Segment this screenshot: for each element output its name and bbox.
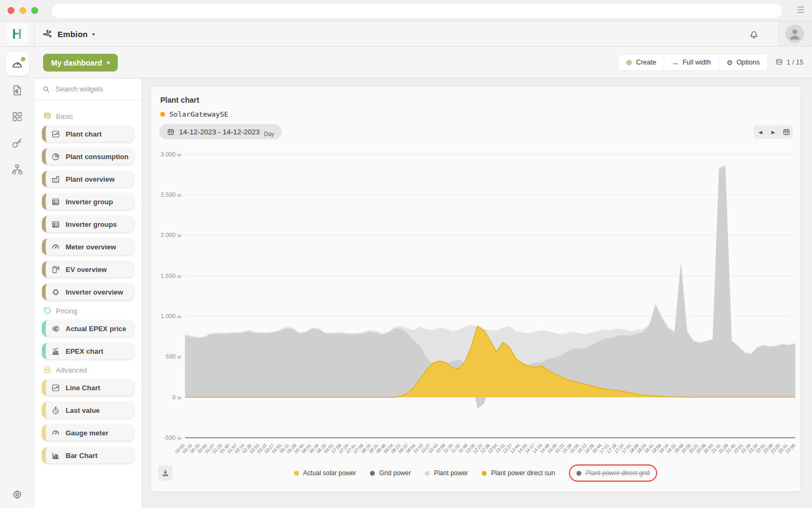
widgets-icon <box>11 110 24 123</box>
chip-icon <box>51 288 60 297</box>
search-input[interactable] <box>55 85 131 93</box>
minimize-window-button[interactable] <box>19 7 26 14</box>
legend-dot <box>576 471 581 476</box>
legend-item-plant-power[interactable]: Plant power <box>425 469 468 477</box>
device-name: SolarGatewaySE <box>169 110 229 118</box>
widget-card-actual-epex-price[interactable]: Actual EPEX price <box>42 320 134 337</box>
create-label: Create <box>636 59 657 66</box>
widget-card-inverter-groups[interactable]: Inverter groups <box>42 216 134 232</box>
widget-card-gauge-meter[interactable]: Gauge meter <box>42 425 134 441</box>
app-logo[interactable]: H <box>6 23 28 45</box>
maximize-window-button[interactable] <box>31 7 38 14</box>
rail-item-hierarchy[interactable] <box>5 158 29 181</box>
close-window-button[interactable] <box>8 7 15 14</box>
annotation-highlight-box: Plant power direct grid <box>569 464 657 482</box>
create-button[interactable]: ⊕ Create <box>618 54 664 70</box>
chart-legend: Actual solar powerGrid powerPlant powerP… <box>151 464 800 482</box>
widget-card-label: Plant consumption <box>66 153 129 161</box>
settings-gear-icon[interactable] <box>0 489 34 500</box>
rail-item-access-keys[interactable] <box>5 131 29 155</box>
legend-item-actual-solar-power[interactable]: Actual solar power <box>294 469 357 477</box>
layers-icon <box>43 112 52 120</box>
svg-text:1.000 W: 1.000 W <box>161 313 182 319</box>
widget-card-line-chart[interactable]: Line Chart <box>42 380 134 396</box>
legend-item-plant-power-direct-sun[interactable]: Plant power direct sun <box>482 469 555 477</box>
molecule-icon <box>42 28 53 40</box>
factory-icon <box>51 175 60 184</box>
legend-label: Actual solar power <box>303 469 357 477</box>
widget-card-last-value[interactable]: Last value <box>42 402 134 418</box>
avatar[interactable] <box>786 25 804 43</box>
calendar-icon <box>167 128 175 136</box>
legend-dot <box>425 471 430 476</box>
widget-card-inverter-overview[interactable]: Inverter overview <box>42 284 134 300</box>
app-body: My dashboard ▾ ⊕ Create ↔ Full width ⚙ O… <box>0 47 812 508</box>
widget-group-label: Pricing <box>56 307 77 315</box>
widget-group-header-basic: Basic <box>43 112 134 120</box>
key-icon <box>11 137 24 149</box>
dashboard-selector-label: My dashboard <box>51 59 102 67</box>
widget-card-label: Actual EPEX price <box>66 325 126 333</box>
widget-card-label: Bar Chart <box>66 452 97 460</box>
dashboard-icon <box>11 58 24 70</box>
nav-rail <box>0 47 34 508</box>
svg-text:-500 W: -500 W <box>163 434 181 441</box>
widget-card-bar-chart[interactable]: Bar Chart <box>42 447 134 463</box>
rail-item-widgets[interactable] <box>5 105 29 128</box>
sitemap-icon <box>11 163 24 176</box>
legend-item-grid-power[interactable]: Grid power <box>370 469 411 477</box>
widget-card-label: Inverter group <box>66 198 113 206</box>
notifications-bell-icon[interactable] <box>748 28 760 40</box>
organisation-selector[interactable]: Embion ▾ <box>42 22 95 46</box>
plant-chart-svg: 3.000 W2.500 W2.000 W1.500 W1.000 W500 W… <box>151 145 801 463</box>
date-granularity-label: Day <box>264 131 274 137</box>
widget-card-epex-chart[interactable]: EPEX chart <box>42 343 134 359</box>
widget-card-label: Plant overview <box>66 175 115 183</box>
page-indicator-label: 1 / 15 <box>787 59 803 66</box>
rail-item-dashboard[interactable] <box>5 52 29 76</box>
legend-item-plant-power-direct-grid[interactable]: Plant power direct grid <box>576 469 650 477</box>
page-indicator: 1 / 15 <box>775 58 803 67</box>
legend-dot <box>482 471 487 476</box>
widget-card-label: Gauge meter <box>66 429 108 437</box>
line-chart-icon <box>51 383 60 392</box>
widget-card-ev-overview[interactable]: EV overview <box>42 261 134 277</box>
arrows-horizontal-icon: ↔ <box>672 59 679 67</box>
widget-card-plant-consumption[interactable]: Plant consumption <box>42 148 134 164</box>
options-label: Options <box>737 59 760 66</box>
date-range-picker[interactable]: 14-12-2023 - 14-12-2023 Day <box>159 124 282 139</box>
dashboard-toolbar: My dashboard ▾ ⊕ Create ↔ Full width ⚙ O… <box>34 47 812 78</box>
chart-coin-icon <box>51 347 60 356</box>
meter-icon <box>51 428 60 438</box>
toolbar-button-group: ⊕ Create ↔ Full width ⚙ Options <box>618 54 767 70</box>
full-width-button[interactable]: ↔ Full width <box>664 54 719 70</box>
layers-icon <box>775 58 783 67</box>
widget-card-label: Inverter groups <box>66 220 117 228</box>
widget-card-plant-chart[interactable]: Plant chart <box>42 126 134 142</box>
dashboard-selector-button[interactable]: My dashboard ▾ <box>43 54 118 71</box>
date-range-label: 14-12-2023 - 14-12-2023 <box>179 128 260 136</box>
widget-card-plant-overview[interactable]: Plant overview <box>42 171 134 187</box>
svg-text:1.500 W: 1.500 W <box>161 273 182 279</box>
rail-item-invoices[interactable] <box>5 78 29 102</box>
widget-group-header-pricing: Pricing <box>43 306 134 315</box>
meter-icon <box>51 242 60 252</box>
server-icon <box>43 366 52 374</box>
widget-card-label: Last value <box>66 406 100 414</box>
prev-period-button[interactable]: ◀ <box>754 125 767 139</box>
avatar-cell <box>778 22 812 46</box>
widget-sidebar: BasicPlant chartPlant consumptionPlant o… <box>34 78 142 508</box>
browser-chrome: ☰ <box>0 0 812 22</box>
widget-card-meter-overview[interactable]: Meter overview <box>42 239 134 255</box>
next-period-button[interactable]: ▶ <box>767 125 780 139</box>
options-button[interactable]: ⚙ Options <box>719 54 767 70</box>
widget-card-inverter-group[interactable]: Inverter group <box>42 194 134 210</box>
plus-circle-icon: ⊕ <box>626 58 632 67</box>
svg-text:500 W: 500 W <box>166 353 181 360</box>
calendar-picker-button[interactable] <box>780 125 793 139</box>
window-controls <box>8 7 38 14</box>
url-bar[interactable] <box>52 4 782 18</box>
svg-text:2.500 W: 2.500 W <box>161 191 182 198</box>
widget-card-label: Line Chart <box>66 384 100 392</box>
browser-menu-icon[interactable]: ☰ <box>797 5 804 15</box>
